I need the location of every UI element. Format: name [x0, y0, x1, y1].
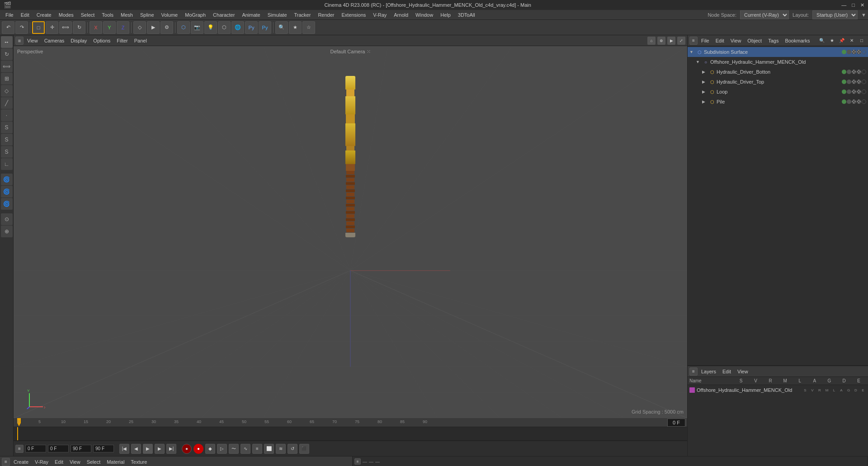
obj-menu-view[interactable]: View [728, 37, 744, 44]
obj-star[interactable]: ★ [827, 36, 836, 45]
fcurve-btn[interactable]: ∿ [241, 444, 250, 454]
layer-item-offshore[interactable]: Offshore_Hydraulic_Hammer_MENCK_Old S V … [688, 385, 868, 395]
menu-arnold[interactable]: Arnold [390, 11, 412, 19]
obj-hydraulic-top[interactable]: ▶ ⬡ Hydraulic_Driver_Top [688, 77, 868, 87]
vp-menu-cameras[interactable]: Cameras [42, 37, 67, 44]
obj-expand-loop[interactable]: ▶ [702, 89, 708, 94]
vp-hamburger[interactable]: ≡ [15, 37, 24, 45]
layer-menu-edit[interactable]: Edit [720, 368, 734, 375]
toolbar-z-axis[interactable]: Z [117, 21, 129, 34]
frame-start-input[interactable] [25, 445, 46, 452]
mat-menu-select[interactable]: Select [84, 458, 104, 466]
vp-menu-options[interactable]: Options [90, 37, 113, 44]
vp-menu-filter[interactable]: Filter [114, 37, 130, 44]
toolbar-y-axis[interactable]: Y [103, 21, 116, 34]
toolbar-rotate[interactable]: ↻ [73, 21, 85, 34]
toolbar-render-settings[interactable]: ⚙ [160, 21, 173, 34]
menu-vray[interactable]: V-Ray [369, 11, 390, 19]
mat-menu-material[interactable]: Material [104, 458, 127, 466]
obj-hydraulic-botton[interactable]: ▶ ⬡ Hydraulic_Driver_Botton [688, 67, 868, 77]
obj-expand-botton[interactable]: ▶ [702, 70, 708, 74]
toolbar-mode-model[interactable]: □ [32, 21, 45, 34]
timeline-track[interactable] [14, 427, 687, 441]
tool-knife[interactable]: ∟ [1, 158, 13, 170]
menu-modes[interactable]: Modes [55, 11, 77, 19]
layer-ctrl-e[interactable]: E [860, 387, 866, 393]
toolbar-cube[interactable]: ⬡ [177, 21, 190, 34]
layer-ctrl-v[interactable]: V [809, 387, 816, 393]
record-btn[interactable]: ● [182, 444, 192, 454]
tool-s2[interactable]: S [1, 134, 13, 146]
maximize-button[interactable]: □ [852, 2, 855, 8]
toolbar-search[interactable]: 🔍 [275, 21, 288, 34]
toolbar-world[interactable]: 🌐 [231, 21, 244, 34]
toolbar-star[interactable]: ★ [289, 21, 302, 34]
obj-expand-subd[interactable]: ▼ [689, 50, 695, 54]
viewport[interactable]: Perspective Default Camera ⁙ Grid Spacin… [14, 46, 687, 418]
obj-menu-tags[interactable]: Tags [765, 37, 781, 44]
obj-expand-top[interactable]: ▶ [702, 80, 708, 84]
tool-point[interactable]: · [1, 109, 13, 121]
layer-ctrl-l[interactable]: L [831, 387, 837, 393]
toolbar-redo[interactable]: ↷ [15, 21, 28, 34]
menu-spline[interactable]: Spline [137, 11, 158, 19]
menu-mesh[interactable]: Mesh [117, 11, 137, 19]
obj-menu-file[interactable]: File [698, 37, 712, 44]
tool-rotate[interactable]: ↻ [1, 48, 13, 60]
toolbar-display-mode[interactable]: ⬡ [218, 21, 231, 34]
tool-poly[interactable]: ◇ [1, 85, 13, 97]
layer-btn[interactable]: ⬜ [264, 444, 274, 454]
close-button[interactable]: ✕ [860, 2, 864, 8]
obj-close[interactable]: ✕ [847, 36, 856, 45]
menu-simulate[interactable]: Simulate [264, 11, 291, 19]
timeline-ruler[interactable]: 0 5 10 15 20 25 30 35 40 45 50 55 60 65 … [14, 418, 687, 427]
tool-scale[interactable]: ⟺ [1, 61, 13, 72]
toolbar-camera[interactable]: 📷 [191, 21, 203, 34]
goto-end-btn[interactable]: ▶| [166, 444, 176, 454]
toolbar-star2[interactable]: ☆ [302, 21, 315, 34]
mat-menu-vray[interactable]: V-Ray [32, 458, 51, 466]
layer-menu-layers[interactable]: Layers [698, 368, 719, 375]
obj-offshore-hammer[interactable]: ▼ ○ Offshore_Hydraulic_Hammer_MENCK_Old [688, 57, 868, 67]
menu-create[interactable]: Create [33, 11, 55, 19]
tool-transform[interactable]: ⊞ [1, 73, 13, 85]
timeline-playhead[interactable] [17, 427, 18, 440]
menu-tools[interactable]: Tools [98, 11, 117, 19]
toolbar-x-axis[interactable]: X [90, 21, 102, 34]
menu-render[interactable]: Render [314, 11, 338, 19]
play-options-btn[interactable]: ▷ [217, 444, 227, 454]
prev-frame-btn[interactable]: ◀ [131, 444, 141, 454]
auto-key-btn[interactable]: ● [193, 444, 203, 454]
mat-menu-view[interactable]: View [67, 458, 83, 466]
goto-start-btn[interactable]: |◀ [119, 444, 129, 454]
layer-menu-view[interactable]: View [735, 368, 751, 375]
obj-menu-edit[interactable]: Edit [713, 37, 727, 44]
toolbar-undo[interactable]: ↶ [2, 21, 14, 34]
frame-max-input[interactable] [93, 445, 114, 452]
layer-ctrl-s[interactable]: S [802, 387, 808, 393]
layer-ctrl-g[interactable]: G [845, 387, 852, 393]
layout-select[interactable]: Startup (User) [812, 10, 858, 19]
layer-ctrl-r[interactable]: R [816, 387, 823, 393]
tool-sculpt3[interactable]: 🌀 [1, 198, 13, 210]
layer-ctrl-a[interactable]: A [838, 387, 844, 393]
toolbar-polygon[interactable]: ◇ [133, 21, 146, 34]
next-frame-btn[interactable]: ▶ [155, 444, 165, 454]
menu-help[interactable]: Help [437, 11, 454, 19]
mat-menu-edit[interactable]: Edit [52, 458, 66, 466]
obj-loop[interactable]: ▶ ⬡ Loop [688, 87, 868, 97]
tool-edge[interactable]: ╱ [1, 97, 13, 109]
motion-btn[interactable]: 〜 [229, 444, 239, 454]
vp-ctrl-render[interactable]: ▶ [667, 37, 675, 45]
mat-hamburger[interactable]: ≡ [2, 458, 10, 466]
menu-extensions[interactable]: Extensions [338, 11, 369, 19]
mode-btn[interactable]: ≋ [276, 444, 286, 454]
key-btn[interactable]: ◆ [205, 444, 215, 454]
menu-edit[interactable]: Edit [17, 11, 33, 19]
vp-menu-view[interactable]: View [24, 37, 41, 44]
tool-snap2[interactable]: ⊕ [1, 226, 13, 237]
menu-3dtoall[interactable]: 3DToAll [454, 11, 479, 19]
frame-current-input[interactable] [48, 445, 69, 452]
obj-expand-pile[interactable]: ▶ [702, 99, 708, 104]
tool-snap1[interactable]: ⊙ [1, 213, 13, 225]
